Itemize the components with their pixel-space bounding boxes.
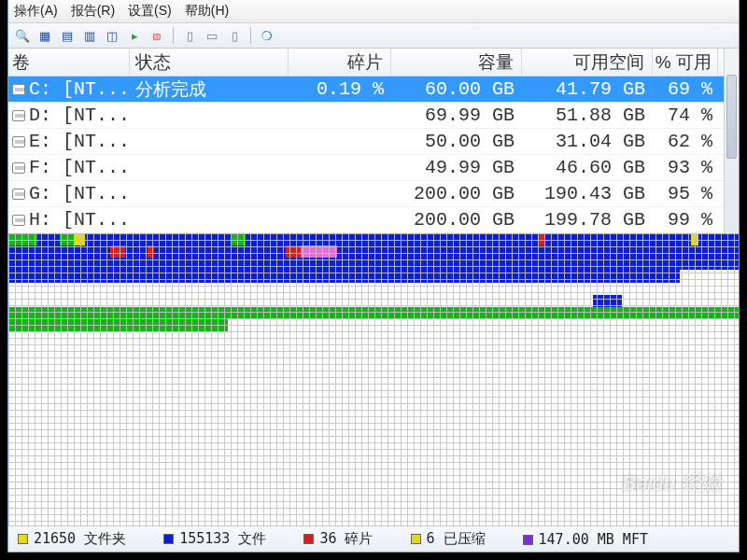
toolbar-separator bbox=[173, 27, 174, 44]
table-row[interactable]: E: [NT...50.00 GB31.04 GB62 % bbox=[8, 129, 739, 155]
view2-icon[interactable]: ▤ bbox=[59, 27, 76, 44]
col-pct[interactable]: % 可用 bbox=[653, 49, 718, 76]
drive-icon bbox=[12, 84, 25, 95]
legend-frag: 36 碎片 bbox=[303, 530, 373, 548]
table-row[interactable]: C: [NT...分析完成0.19 %60.00 GB41.79 GB69 % bbox=[8, 77, 739, 103]
legend-comp: 6 已压缩 bbox=[411, 530, 486, 548]
toolbar-separator bbox=[250, 27, 251, 44]
view3-icon[interactable]: ▥ bbox=[81, 27, 98, 44]
legend-mft-swatch bbox=[523, 535, 533, 545]
legend-mft: 147.00 MB MFT bbox=[523, 531, 648, 548]
legend-folders: 21650 文件夹 bbox=[18, 530, 126, 548]
drive-icon bbox=[12, 215, 25, 226]
statusbar: 21650 文件夹 155133 文件 36 碎片 6 已压缩 147.00 M… bbox=[8, 525, 739, 552]
legend-files: 155133 文件 bbox=[163, 530, 266, 548]
legend-comp-swatch bbox=[411, 534, 421, 544]
menubar: 操作(A) 报告(R) 设置(S) 帮助(H) bbox=[8, 0, 739, 23]
cluster-map[interactable]: Baidu 经验 bbox=[8, 233, 739, 525]
view4-icon[interactable]: ◫ bbox=[104, 27, 120, 44]
col-free[interactable]: 可用空间 bbox=[522, 49, 653, 76]
app-window: 操作(A) 报告(R) 设置(S) 帮助(H) 🔍 ▦ ▤ ▥ ◫ ▸ ⦻ ▯ … bbox=[7, 0, 740, 553]
console-icon[interactable]: ▭ bbox=[204, 27, 220, 44]
table-row[interactable]: F: [NT...49.99 GB46.60 GB93 % bbox=[8, 155, 739, 181]
volume-grid: 卷 状态 碎片 容量 可用空间 % 可用 C: [NT...分析完成0.19 %… bbox=[8, 49, 739, 233]
table-row[interactable]: G: [NT...200.00 GB190.43 GB95 % bbox=[8, 181, 739, 207]
toolbar: 🔍 ▦ ▤ ▥ ◫ ▸ ⦻ ▯ ▭ ▯ ❍ bbox=[8, 23, 739, 49]
col-pct-symbol: % bbox=[655, 52, 671, 73]
grid-header: 卷 状态 碎片 容量 可用空间 % 可用 bbox=[8, 49, 739, 77]
col-state[interactable]: 状态 bbox=[130, 49, 289, 76]
menu-report[interactable]: 报告(R) bbox=[71, 3, 115, 20]
col-frag[interactable]: 碎片 bbox=[289, 49, 391, 76]
menu-help[interactable]: 帮助(H) bbox=[185, 3, 229, 20]
play-icon[interactable]: ▸ bbox=[126, 27, 143, 44]
legend-frag-swatch bbox=[303, 534, 314, 544]
col-pct-label: 可用 bbox=[676, 50, 712, 75]
col-capacity[interactable]: 容量 bbox=[391, 49, 522, 76]
menu-settings[interactable]: 设置(S) bbox=[128, 3, 172, 20]
search-icon[interactable]: 🔍 bbox=[14, 27, 31, 44]
drive-icon bbox=[12, 110, 25, 121]
table-row[interactable]: H: [NT...200.00 GB199.78 GB99 % bbox=[8, 207, 739, 233]
doc-icon[interactable]: ▯ bbox=[181, 27, 198, 44]
menu-action[interactable]: 操作(A) bbox=[14, 3, 58, 20]
legend-files-swatch bbox=[163, 534, 174, 544]
drive-icon bbox=[12, 162, 25, 174]
view1-icon[interactable]: ▦ bbox=[36, 27, 53, 44]
legend-folders-swatch bbox=[18, 534, 28, 544]
col-volume[interactable]: 卷 bbox=[8, 49, 130, 76]
drive-icon bbox=[12, 189, 25, 200]
scrollbar[interactable] bbox=[724, 49, 739, 233]
table-row[interactable]: D: [NT...69.99 GB51.88 GB74 % bbox=[8, 103, 739, 129]
drive-icon bbox=[12, 136, 25, 147]
scrollbar-thumb[interactable] bbox=[726, 75, 737, 159]
help-icon[interactable]: ❍ bbox=[259, 27, 275, 44]
stop-icon[interactable]: ⦻ bbox=[148, 27, 165, 44]
device-icon[interactable]: ▯ bbox=[226, 27, 243, 44]
